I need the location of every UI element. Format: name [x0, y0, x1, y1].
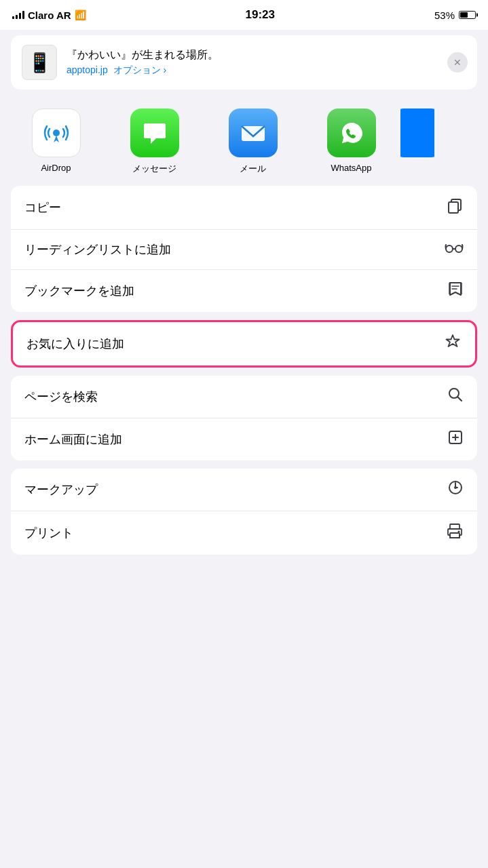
book-icon [447, 281, 464, 301]
action-favorites[interactable]: お気に入りに追加 [11, 320, 477, 368]
airdrop-icon [32, 108, 81, 157]
copy-label: コピー [24, 199, 61, 216]
app-airdrop-label: AirDrop [41, 163, 71, 173]
app-mail[interactable]: メール [204, 108, 302, 175]
app-partial [400, 108, 434, 175]
preview-subtitle: apptopi.jp オプション › [67, 64, 466, 77]
status-bar: Claro AR 📶 19:23 53% [0, 0, 488, 30]
app-partial-icon [400, 108, 434, 157]
app-whatsapp-label: WhatsApp [331, 163, 372, 173]
glasses-icon [445, 241, 464, 258]
star-icon [444, 333, 462, 355]
add-home-label: ホーム画面に追加 [24, 431, 122, 448]
svg-point-6 [455, 245, 462, 252]
battery-icon [459, 11, 476, 19]
app-mail-label: メール [240, 163, 266, 175]
status-time: 19:23 [246, 8, 275, 22]
action-search-page[interactable]: ページを検索 [11, 376, 477, 418]
svg-rect-12 [450, 533, 459, 538]
svg-point-13 [458, 531, 460, 533]
mail-icon [229, 108, 278, 157]
app-airdrop[interactable]: AirDrop [7, 108, 105, 175]
status-battery: 53% [434, 9, 476, 21]
action-group-1: コピー リーディングリストに追加 [11, 186, 477, 312]
signal-icon [12, 11, 24, 19]
markup-icon [447, 479, 464, 500]
status-carrier: Claro AR 📶 [12, 9, 86, 21]
action-bookmark[interactable]: ブックマークを追加 [11, 270, 477, 312]
app-messages[interactable]: メッセージ [105, 108, 204, 175]
preview-info: 『かわいい』が生まれる場所。 apptopi.jp オプション › [67, 48, 466, 77]
wifi-icon: 📶 [75, 9, 86, 20]
markup-label: マークアップ [24, 481, 98, 498]
action-print[interactable]: プリント [11, 511, 477, 555]
favorites-label: お気に入りに追加 [26, 336, 124, 352]
action-reading-list[interactable]: リーディングリストに追加 [11, 230, 477, 270]
copy-icon [446, 197, 464, 218]
plus-square-icon [447, 429, 464, 450]
apps-row: AirDrop メッセージ メール [0, 95, 488, 186]
action-copy[interactable]: コピー [11, 186, 477, 230]
svg-rect-11 [450, 524, 459, 529]
action-add-home[interactable]: ホーム画面に追加 [11, 418, 477, 460]
print-icon [446, 522, 464, 544]
svg-rect-4 [449, 202, 458, 213]
close-button[interactable]: ✕ [447, 52, 468, 73]
action-markup[interactable]: マークアップ [11, 469, 477, 511]
search-page-label: ページを検索 [24, 389, 98, 405]
action-group-2: ページを検索 ホーム画面に追加 [11, 376, 477, 460]
options-link[interactable]: オプション › [113, 64, 167, 75]
search-icon [447, 387, 464, 407]
app-whatsapp[interactable]: WhatsApp [302, 108, 400, 175]
preview-title: 『かわいい』が生まれる場所。 [67, 48, 466, 62]
action-group-3: マークアップ プリント [11, 469, 477, 555]
whatsapp-icon [327, 108, 376, 157]
svg-point-0 [53, 130, 60, 136]
print-label: プリント [24, 525, 73, 541]
svg-point-10 [454, 486, 457, 489]
svg-point-5 [446, 245, 453, 252]
bookmark-label: ブックマークを追加 [24, 283, 134, 299]
app-messages-label: メッセージ [132, 163, 176, 175]
preview-thumbnail: 📱 [22, 45, 57, 80]
share-preview: 📱 『かわいい』が生まれる場所。 apptopi.jp オプション › ✕ [11, 35, 477, 90]
messages-icon [130, 108, 179, 157]
reading-list-label: リーディングリストに追加 [24, 241, 171, 258]
